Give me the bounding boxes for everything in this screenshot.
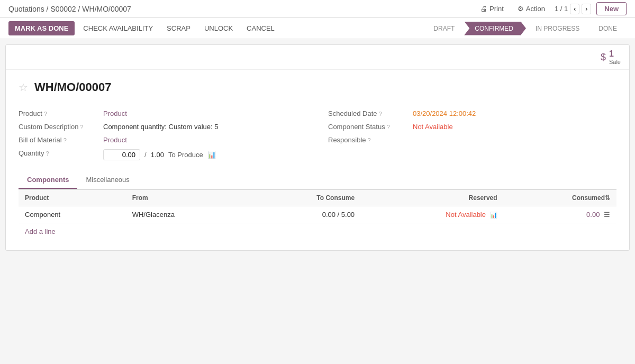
status-draft[interactable]: DRAFT [424, 22, 464, 35]
cancel-button[interactable]: CANCEL [241, 21, 280, 35]
print-button[interactable]: 🖨 Print [476, 3, 508, 15]
sales-badge-bar: $ 1 Sale [6, 45, 629, 70]
col-header-consumed: Consumed ⇅ [504, 190, 616, 206]
component-status-help-icon[interactable]: ? [387, 124, 390, 130]
row-from: WH/Giacenza [126, 206, 249, 223]
custom-desc-label: Custom Description ? [19, 123, 103, 131]
sales-badge[interactable]: $ 1 Sale [601, 49, 621, 65]
prev-button[interactable]: ‹ [570, 4, 579, 14]
custom-desc-value: Component quantity: Custom value: 5 [103, 123, 307, 131]
row-reserved: Not Available 📊 [361, 206, 503, 223]
bom-value[interactable]: Product [103, 136, 307, 144]
responsible-help-icon[interactable]: ? [368, 137, 371, 143]
action-button[interactable]: ⚙ Action [513, 3, 549, 15]
favorite-star-icon[interactable]: ☆ [19, 81, 28, 94]
status-confirmed[interactable]: CONFIRMED [464, 22, 526, 35]
gear-icon: ⚙ [518, 5, 524, 13]
top-right-actions: 🖨 Print ⚙ Action 1 / 1 ‹ › New [476, 2, 627, 15]
unlock-button[interactable]: UNLOCK [199, 21, 238, 35]
top-bar: Quotations / S00002 / WH/MO/00007 🖨 Prin… [0, 0, 635, 18]
to-produce-label: To Produce [168, 151, 203, 159]
check-availability-button[interactable]: CHECK AVAILABILITY [78, 21, 158, 35]
bom-label: Bill of Material ? [19, 136, 103, 144]
product-value[interactable]: Product [103, 110, 307, 117]
responsible-label: Responsible ? [328, 136, 413, 144]
quantity-input[interactable] [103, 149, 140, 160]
custom-desc-help-icon[interactable]: ? [80, 124, 83, 130]
col-header-to-consume: To Consume [248, 190, 361, 206]
forecast-chart-icon[interactable]: 📊 [207, 151, 216, 159]
row-to-consume: 0.00 / 5.00 [248, 206, 361, 223]
quantity-value: / 1.00 To Produce 📊 [103, 149, 216, 160]
bom-help-icon[interactable]: ? [64, 137, 67, 143]
product-label: Product ? [19, 110, 103, 117]
form-right-column: Scheduled Date ? 03/20/2024 12:00:42 Com… [328, 107, 616, 163]
dollar-icon: $ [601, 52, 606, 63]
qty-divider: / [144, 151, 147, 159]
product-help-icon[interactable]: ? [44, 111, 47, 117]
main-content: $ 1 Sale ☆ WH/MO/00007 Product ? Prod [5, 44, 630, 251]
pagination: 1 / 1 ‹ › [555, 4, 591, 14]
component-status-label: Component Status ? [328, 123, 413, 131]
tab-miscellaneous[interactable]: Miscellaneous [77, 171, 138, 189]
components-table: Product From To Consume Reserved Consume… [19, 189, 616, 223]
tab-components[interactable]: Components [19, 171, 77, 189]
action-buttons: MARK AS DONE CHECK AVAILABILITY SCRAP UN… [8, 21, 280, 35]
qty-max: 1.00 [151, 151, 164, 159]
mark-as-done-button[interactable]: MARK AS DONE [8, 21, 75, 35]
scheduled-date-help-icon[interactable]: ? [379, 111, 382, 117]
scheduled-date-label: Scheduled Date ? [328, 110, 413, 117]
status-in-progress[interactable]: IN PROGRESS [526, 22, 589, 35]
form-grid: Product ? Product Custom Description ? C… [19, 107, 616, 163]
responsible-row: Responsible ? [328, 133, 616, 147]
action-bar: MARK AS DONE CHECK AVAILABILITY SCRAP UN… [0, 18, 635, 39]
product-row: Product ? Product [19, 107, 307, 120]
row-consumed: 0.00 ☰ [504, 206, 616, 223]
add-line-button[interactable]: Add a line [19, 223, 62, 240]
col-header-from: From [126, 190, 249, 206]
record-header: ☆ WH/MO/00007 [19, 80, 616, 94]
record-title: WH/MO/00007 [34, 80, 112, 94]
table-row: Component WH/Giacenza 0.00 / 5.00 Not Av… [19, 206, 616, 223]
new-button[interactable]: New [596, 2, 627, 15]
status-bar: DRAFT CONFIRMED IN PROGRESS DONE [424, 22, 627, 35]
forecast-bar-icon[interactable]: 📊 [490, 212, 497, 218]
row-product[interactable]: Component [19, 206, 126, 223]
form-left-column: Product ? Product Custom Description ? C… [19, 107, 307, 163]
detail-icon[interactable]: ☰ [604, 211, 610, 219]
table-header-row: Product From To Consume Reserved Consume… [19, 190, 616, 206]
tabs: Components Miscellaneous [19, 171, 616, 189]
bom-row: Bill of Material ? Product [19, 133, 307, 147]
form-content: ☆ WH/MO/00007 Product ? Product Custom D… [6, 70, 629, 250]
col-header-reserved: Reserved [361, 190, 503, 206]
sales-badge-info: 1 Sale [609, 49, 621, 65]
breadcrumb: Quotations / S00002 / WH/MO/00007 [8, 5, 131, 13]
components-table-container: Product From To Consume Reserved Consume… [19, 189, 616, 240]
component-status-row: Component Status ? Not Available [328, 120, 616, 133]
column-filter-icon[interactable]: ⇅ [605, 194, 610, 202]
printer-icon: 🖨 [480, 5, 487, 13]
quantity-row: Quantity ? / 1.00 To Produce 📊 [19, 147, 307, 163]
next-button[interactable]: › [582, 4, 591, 14]
col-header-product: Product [19, 190, 126, 206]
scrap-button[interactable]: SCRAP [161, 21, 196, 35]
component-status-value: Not Available [413, 123, 616, 131]
status-done[interactable]: DONE [589, 22, 627, 35]
quantity-help-icon[interactable]: ? [46, 150, 49, 157]
quantity-label: Quantity ? [19, 149, 103, 157]
custom-desc-row: Custom Description ? Component quantity:… [19, 120, 307, 133]
scheduled-date-row: Scheduled Date ? 03/20/2024 12:00:42 [328, 107, 616, 120]
scheduled-date-value[interactable]: 03/20/2024 12:00:42 [413, 110, 616, 117]
